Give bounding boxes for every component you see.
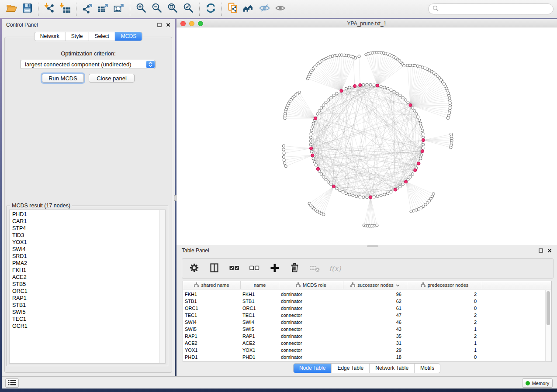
refresh-view-button[interactable] xyxy=(203,2,218,17)
table-cell[interactable]: 96 xyxy=(343,292,407,297)
zoom-out-button[interactable] xyxy=(149,2,165,17)
memory-button[interactable]: Memory xyxy=(522,378,553,388)
mcds-result-item[interactable]: SWI4 xyxy=(12,246,165,253)
table-tab-motifs[interactable]: Motifs xyxy=(414,364,440,373)
table-tab-network-table[interactable]: Network Table xyxy=(369,364,414,373)
table-cell[interactable]: 62 xyxy=(343,299,407,304)
table-cell[interactable]: YOX1 xyxy=(241,347,279,353)
table-cell[interactable]: 43 xyxy=(343,327,407,332)
table-tab-node-table[interactable]: Node Table xyxy=(294,364,332,373)
result-list-scrollbar[interactable] xyxy=(159,210,165,363)
table-cell[interactable]: 1 xyxy=(407,340,482,346)
zoom-fit-button[interactable] xyxy=(165,2,180,17)
tab-select[interactable]: Select xyxy=(89,32,115,41)
table-cell[interactable]: dominator xyxy=(279,306,343,311)
table-cell[interactable]: 1 xyxy=(407,347,482,353)
mcds-result-item[interactable]: SWI5 xyxy=(12,309,165,316)
column-header-successor-nodes[interactable]: successor nodes xyxy=(343,281,407,289)
table-cell[interactable]: FKH1 xyxy=(241,292,279,297)
add-column-button[interactable] xyxy=(269,262,280,275)
table-cell[interactable]: 31 xyxy=(343,340,407,346)
table-cell[interactable]: ORC1 xyxy=(241,306,279,311)
table-cell[interactable]: 29 xyxy=(343,347,407,353)
export-network-button[interactable] xyxy=(80,2,95,17)
table-row[interactable]: YOX1YOX1connector291 xyxy=(183,347,551,354)
table-cell[interactable]: dominator xyxy=(279,292,343,297)
table-cell[interactable]: 18 xyxy=(343,354,407,360)
delete-column-button[interactable] xyxy=(289,262,301,275)
tab-network[interactable]: Network xyxy=(35,32,65,41)
column-header-predecessor-nodes[interactable]: predecessor nodes xyxy=(407,281,482,289)
mcds-result-item[interactable]: TID3 xyxy=(12,232,165,239)
select-all-button[interactable] xyxy=(228,262,240,275)
import-table-button[interactable] xyxy=(57,2,73,17)
network-canvas[interactable] xyxy=(176,28,557,245)
mcds-result-item[interactable]: CAR1 xyxy=(12,218,165,225)
import-network-button[interactable] xyxy=(42,2,57,17)
run-mcds-button[interactable]: Run MCDS xyxy=(42,74,84,83)
table-scrollbar[interactable] xyxy=(545,290,551,361)
splitter-grip[interactable] xyxy=(174,195,176,201)
table-cell[interactable]: TEC1 xyxy=(241,313,279,318)
show-columns-button[interactable] xyxy=(208,262,220,275)
tab-style[interactable]: Style xyxy=(65,32,89,41)
table-cell[interactable]: 0 xyxy=(407,306,482,311)
network-titlebar[interactable]: YPA_prune.txt_1 xyxy=(176,19,557,28)
mcds-result-item[interactable]: FKH1 xyxy=(12,267,165,274)
open-file-button[interactable] xyxy=(3,2,19,17)
table-cell[interactable]: ACE2 xyxy=(241,340,279,346)
table-cell[interactable]: 0 xyxy=(407,354,482,360)
table-cell[interactable]: STB1 xyxy=(241,299,279,304)
table-cell[interactable]: 2 xyxy=(407,334,482,339)
horizontal-splitter-grip[interactable] xyxy=(367,245,378,247)
export-image-button[interactable] xyxy=(111,2,127,17)
table-cell[interactable]: 35 xyxy=(343,334,407,339)
table-cell[interactable]: TEC1 xyxy=(183,313,241,318)
table-cell[interactable]: SWI5 xyxy=(241,327,279,332)
zoom-selected-button[interactable] xyxy=(180,2,196,17)
close-panel-button[interactable]: Close panel xyxy=(89,74,135,83)
status-list-button[interactable] xyxy=(5,378,19,388)
mcds-result-item[interactable]: PMA2 xyxy=(12,260,165,267)
table-cell[interactable]: SWI5 xyxy=(183,327,241,332)
save-session-button[interactable] xyxy=(19,2,35,17)
table-row[interactable]: RAP1RAP1dominator352 xyxy=(183,333,551,340)
delete-table-button[interactable] xyxy=(309,262,321,275)
mcds-result-item[interactable]: YOX1 xyxy=(12,239,165,246)
table-cell[interactable]: RAP1 xyxy=(183,334,241,339)
export-table-button[interactable] xyxy=(95,2,111,17)
float-table-panel-icon[interactable] xyxy=(538,248,543,253)
close-panel-icon[interactable] xyxy=(166,23,170,28)
first-neighbors-button[interactable] xyxy=(241,2,256,17)
table-cell[interactable]: STB1 xyxy=(183,299,241,304)
table-row[interactable]: PHD1PHD1dominator180 xyxy=(183,354,551,361)
table-row[interactable]: STB1STB1dominator620 xyxy=(183,298,551,305)
table-cell[interactable]: SWI4 xyxy=(183,320,241,325)
search-box[interactable] xyxy=(428,3,554,14)
table-cell[interactable]: connector xyxy=(279,347,343,353)
table-cell[interactable]: connector xyxy=(279,327,343,332)
table-row[interactable]: ACE2ACE2connector311 xyxy=(183,340,551,347)
function-builder-button[interactable]: f(x) xyxy=(329,262,341,275)
zoom-in-button[interactable] xyxy=(133,2,149,17)
mcds-result-item[interactable]: STB1 xyxy=(12,302,165,309)
table-cell[interactable]: 1 xyxy=(407,327,482,332)
search-input[interactable] xyxy=(441,6,549,13)
table-cell[interactable]: dominator xyxy=(279,299,343,304)
table-cell[interactable]: YOX1 xyxy=(183,347,241,353)
table-cell[interactable]: ACE2 xyxy=(183,340,241,346)
mcds-result-item[interactable]: STP4 xyxy=(12,225,165,232)
float-panel-icon[interactable] xyxy=(157,23,162,28)
mcds-result-item[interactable]: SRD1 xyxy=(12,253,165,260)
table-cell[interactable]: 2 xyxy=(407,292,482,297)
mcds-result-item[interactable]: STB5 xyxy=(12,281,165,288)
optimization-dropdown[interactable]: largest connected component (undirected) xyxy=(20,60,156,69)
table-cell[interactable]: PHD1 xyxy=(183,354,241,360)
table-cell[interactable]: ORC1 xyxy=(183,306,241,311)
unselect-all-button[interactable] xyxy=(249,262,260,275)
mcds-result-item[interactable]: RAP1 xyxy=(12,295,165,302)
table-tab-edge-table[interactable]: Edge Table xyxy=(331,364,369,373)
column-header-MCDS-role[interactable]: MCDS role xyxy=(279,281,343,289)
show-all-button[interactable] xyxy=(272,2,288,17)
table-cell[interactable]: connector xyxy=(279,313,343,318)
